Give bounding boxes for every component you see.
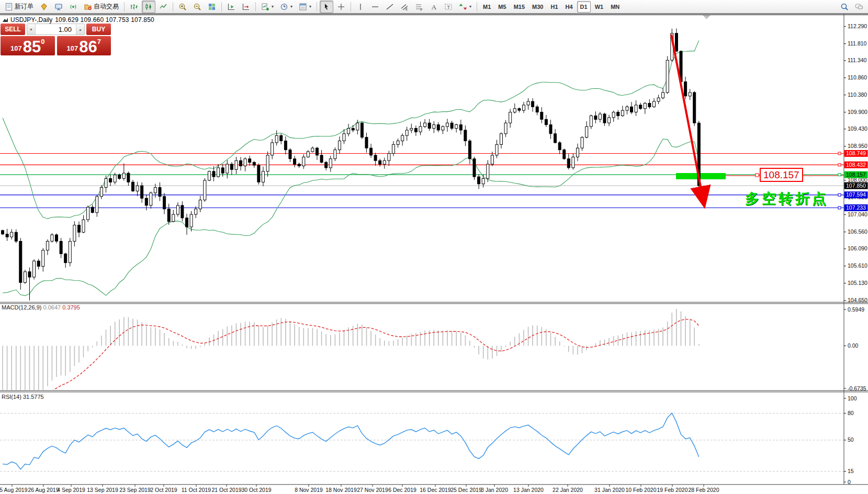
horizontal-line-button[interactable]: [368, 1, 382, 13]
bars-icon: [130, 3, 138, 11]
volume-decrease-button[interactable]: ▼: [27, 24, 36, 35]
zoom-out-button[interactable]: [190, 1, 204, 13]
template-icon: [299, 3, 307, 11]
volume-increase-button[interactable]: ▲: [76, 24, 84, 35]
trendline-button[interactable]: [383, 1, 397, 13]
signals-button[interactable]: [66, 1, 80, 13]
svg-text:109.430: 109.430: [848, 125, 867, 132]
hosting-icon: [54, 3, 63, 11]
auto-scroll-button[interactable]: [224, 1, 238, 13]
chart-line-button[interactable]: [156, 1, 170, 13]
svg-text:10 Feb 2020: 10 Feb 2020: [626, 487, 657, 493]
chevron-down-icon[interactable]: ▾: [309, 4, 311, 9]
text-label-button[interactable]: T: [442, 1, 455, 13]
indicators-icon: [261, 3, 269, 11]
market-button[interactable]: 自动交易: [81, 1, 121, 13]
svg-text:107.233: 107.233: [846, 204, 866, 211]
chart-candles-button[interactable]: [142, 1, 155, 13]
virtual-hosting-button[interactable]: [52, 1, 65, 13]
equidistant-channel-button[interactable]: E: [398, 1, 411, 13]
buy-price-button[interactable]: 107 86 7: [57, 36, 111, 55]
timeframe-m15-button[interactable]: M15: [511, 1, 528, 13]
crosshair-button[interactable]: [334, 1, 348, 13]
chevron-down-icon[interactable]: ▾: [469, 4, 471, 9]
timeframe-m1-button[interactable]: M1: [480, 1, 494, 13]
cursor-icon: [322, 3, 331, 11]
toolbar-separator: [124, 2, 125, 12]
svg-text:111.810: 111.810: [848, 40, 867, 47]
chart-shift-button[interactable]: [239, 1, 253, 13]
fibonacci-button[interactable]: F: [412, 1, 426, 13]
sell-button[interactable]: SELL: [1, 24, 25, 35]
zoom-in-icon: [178, 3, 187, 11]
shapes-icon: [459, 3, 467, 11]
new-order-button[interactable]: 新订单: [2, 1, 36, 13]
cursor-button[interactable]: [320, 1, 333, 13]
svg-text:13 Jan 2020: 13 Jan 2020: [513, 487, 544, 493]
sell-price-sup: 0: [41, 38, 44, 45]
clock-icon: [280, 3, 288, 11]
svg-text:107.040: 107.040: [848, 211, 867, 217]
volume-input[interactable]: [36, 24, 76, 35]
chevron-down-icon[interactable]: ▾: [272, 4, 274, 9]
svg-text:31 Jan 2020: 31 Jan 2020: [594, 487, 625, 493]
new-order-icon: [5, 3, 13, 11]
svg-text:80: 80: [848, 410, 854, 416]
timeframe-m5-button[interactable]: M5: [495, 1, 509, 13]
metaeditor-button[interactable]: [37, 1, 51, 13]
market-label: 自动交易: [94, 2, 119, 11]
symbol-period-label: USDJPY-,Daily: [10, 16, 52, 24]
fibo-icon: F: [415, 3, 423, 11]
svg-text:30 Oct 2019: 30 Oct 2019: [241, 487, 271, 493]
svg-text:-0.6735: -0.6735: [848, 385, 866, 392]
svg-text:2 Oct 2019: 2 Oct 2019: [150, 487, 177, 493]
vertical-line-button[interactable]: [354, 1, 367, 13]
sell-price-button[interactable]: 107 85 0: [1, 36, 55, 55]
trendline-icon: [386, 3, 394, 11]
tile-windows-button[interactable]: [205, 1, 219, 13]
svg-text:106.090: 106.090: [848, 245, 867, 251]
toolbar-separator: [317, 2, 317, 12]
support-highlight-rect: [676, 173, 726, 179]
turning-point-annotation: 多空转折点: [745, 189, 829, 208]
chart-window-title: USDJPY-,Daily 109.629 109.660 107.753 10…: [3, 16, 154, 24]
svg-text:107.594: 107.594: [846, 191, 866, 198]
rsi-label: RSI(14) 31.5775: [2, 394, 44, 400]
toolbar-separator: [351, 2, 351, 12]
one-click-trading-panel: SELL ▼ ▲ BUY 107 85 0 107 86 7: [1, 24, 111, 55]
svg-text:19 Feb 2020: 19 Feb 2020: [657, 487, 688, 493]
timeframe-w1-button[interactable]: W1: [592, 1, 607, 13]
search-button[interactable]: [838, 1, 851, 13]
chart-window-icon[interactable]: [3, 17, 8, 22]
community-button[interactable]: [852, 1, 866, 13]
svg-text:13 Sep 2019: 13 Sep 2019: [87, 487, 118, 493]
buy-button[interactable]: BUY: [86, 24, 111, 35]
timeframe-m30-button[interactable]: M30: [529, 1, 546, 13]
text-button[interactable]: A: [427, 1, 441, 13]
svg-text:11 Oct 2019: 11 Oct 2019: [182, 487, 211, 493]
timeframe-h4-button[interactable]: H4: [562, 1, 576, 13]
timeframe-d1-button[interactable]: D1: [577, 1, 591, 13]
buy-price-big: 86: [79, 40, 97, 54]
chart-bars-button[interactable]: [127, 1, 141, 13]
indicators-button[interactable]: ▾: [258, 1, 276, 13]
svg-text:18 Nov 2019: 18 Nov 2019: [325, 487, 357, 493]
svg-text:108.950: 108.950: [848, 143, 867, 149]
candles-icon: [144, 3, 153, 11]
svg-text:26 Aug 2019: 26 Aug 2019: [28, 487, 59, 493]
new-order-label: 新订单: [15, 2, 33, 11]
svg-text:104.650: 104.650: [848, 297, 867, 303]
shapes-button[interactable]: ▾: [456, 1, 474, 13]
svg-text:105.610: 105.610: [848, 262, 867, 269]
timeframe-h1-button[interactable]: H1: [547, 1, 561, 13]
autoscroll-icon: [227, 3, 235, 11]
chart-background: [0, 14, 868, 494]
periods-button[interactable]: ▾: [277, 1, 295, 13]
hline-icon: [371, 3, 379, 11]
svg-text:108.749: 108.749: [846, 150, 866, 156]
timeframe-mn-button[interactable]: MN: [607, 1, 623, 13]
chevron-down-icon[interactable]: ▾: [290, 4, 292, 9]
price-tag-label: 108.157: [760, 168, 803, 182]
templates-button[interactable]: ▾: [296, 1, 314, 13]
zoom-in-button[interactable]: [176, 1, 189, 13]
